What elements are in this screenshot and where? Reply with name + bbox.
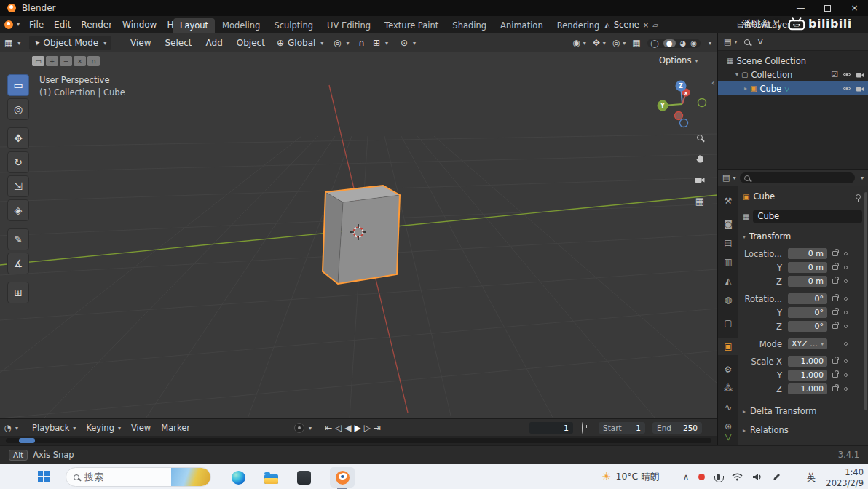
weather-widget[interactable]: ☀ 10°C 晴朗 (601, 470, 659, 483)
menu-edit[interactable]: Edit (49, 16, 76, 33)
file-explorer-icon[interactable] (264, 474, 278, 484)
lock-icon[interactable] (832, 265, 838, 270)
lock-icon[interactable] (832, 251, 838, 256)
tool-annotate[interactable]: ✎ (7, 228, 29, 250)
pan-hand-icon[interactable] (692, 151, 708, 167)
tab-output-props[interactable]: ▤ (718, 234, 738, 252)
pin-icon[interactable] (856, 194, 861, 199)
location-z-field[interactable]: 0 m (788, 276, 827, 287)
tool-move[interactable]: ✥ (7, 127, 29, 149)
shading-rendered-button[interactable]: ◉ (690, 39, 697, 47)
filter-icon[interactable]: ∇ (757, 37, 762, 47)
zoom-icon[interactable] (692, 130, 708, 146)
jump-to-start-button[interactable]: ⇤ (325, 423, 332, 433)
transform-section-header[interactable]: ▾ Transform (743, 230, 865, 243)
outliner-row-scene-collection[interactable]: ▦ Scene Collection (718, 54, 868, 68)
frame-start-field[interactable]: Start1 (599, 422, 645, 434)
location-x-field[interactable]: 0 m (788, 248, 827, 259)
keyframe-dot-icon[interactable] (844, 252, 848, 255)
rotation-y-field[interactable]: 0° (788, 307, 827, 318)
outliner-editor-button[interactable]: ▤ ▾ (724, 37, 737, 47)
prev-keyframe-button[interactable]: ◁ (335, 423, 342, 433)
exclude-checkbox-icon[interactable]: ☑ (831, 70, 838, 79)
tab-viewlayer-props[interactable]: ▥ (718, 253, 738, 271)
tab-particle-props[interactable]: ⁂ (718, 380, 738, 397)
eye-icon[interactable] (843, 71, 851, 78)
properties-scrollbar[interactable] (864, 192, 867, 410)
cube-object[interactable] (323, 186, 400, 284)
navigation-gizmo[interactable]: Z Y x (658, 81, 706, 127)
keyframe-dot-icon[interactable] (844, 311, 848, 314)
preview-range-clock-icon[interactable] (582, 423, 583, 433)
scale-x-field[interactable]: 1.000 (788, 356, 827, 367)
microphone-icon[interactable] (717, 474, 720, 480)
menu-add[interactable]: Add (201, 38, 228, 48)
tab-render-props[interactable]: ◙ (718, 215, 738, 233)
3d-viewport[interactable]: Z Y x ▭ + − × ∩ Options ▾ User Perspecti… (0, 52, 717, 418)
tab-data-props[interactable]: ▽ (718, 428, 738, 445)
rotation-z-field[interactable]: 0° (788, 321, 827, 332)
outliner-row-cube[interactable]: ▸ ▣ Cube ▽ (718, 82, 868, 95)
lock-icon[interactable] (832, 386, 838, 391)
menu-marker[interactable]: Marker (161, 423, 190, 433)
record-button[interactable] (294, 423, 304, 433)
shading-wireframe-button[interactable]: ◯ (651, 39, 659, 47)
start-button[interactable] (38, 471, 50, 482)
lock-icon[interactable] (832, 310, 838, 315)
select-mode-new[interactable]: ▭ (32, 56, 44, 66)
xray-toggle[interactable]: ▦ (632, 38, 640, 48)
sidebar-collapse-icon[interactable]: ‹ (711, 77, 715, 88)
scene-selector[interactable]: ◭ Scene × ▱ (604, 16, 658, 33)
tab-modifier-props[interactable]: ⚙ (718, 361, 738, 378)
shading-dropdown[interactable]: ▾ (709, 40, 711, 47)
tab-texture-paint[interactable]: Texture Paint (378, 18, 445, 33)
tab-uv-editing[interactable]: UV Editing (320, 18, 377, 33)
play-button[interactable]: ▶ (355, 423, 361, 433)
select-mode-invert[interactable]: × (74, 56, 86, 66)
tool-scale[interactable]: ⇲ (7, 175, 29, 197)
playhead-marker[interactable] (19, 438, 35, 443)
disclosure-icon[interactable]: ▾ (735, 71, 738, 78)
rotation-mode-dropdown[interactable]: XYZ ... ▾ (788, 338, 827, 349)
snap-target-dropdown[interactable]: ⊞ ▾ (373, 33, 388, 52)
relations-section[interactable]: ▸ Relations (743, 423, 865, 437)
speaker-icon[interactable] (752, 473, 762, 481)
next-keyframe-button[interactable]: ▷ (364, 423, 371, 433)
tab-modeling[interactable]: Modeling (216, 18, 267, 33)
object-name-field[interactable]: Cube (753, 210, 862, 223)
keyframe-dot-icon[interactable] (844, 279, 848, 283)
lock-icon[interactable] (832, 324, 838, 329)
select-mode-intersect[interactable]: ∩ (87, 56, 100, 66)
camera-view-icon[interactable] (692, 172, 708, 188)
properties-editor-button[interactable]: ▤ ▾ (722, 173, 735, 183)
tool-transform[interactable]: ◈ (7, 199, 29, 221)
app-icon[interactable] (297, 471, 311, 485)
keyframe-dot-icon[interactable] (844, 266, 848, 269)
lock-icon[interactable] (832, 279, 838, 284)
rotation-x-field[interactable]: 0° (788, 293, 827, 304)
shading-solid-button[interactable]: ● (663, 39, 676, 47)
keyframe-dot-icon[interactable] (844, 342, 848, 346)
tool-select-box[interactable]: ▭ (7, 74, 29, 96)
menu-file[interactable]: File (24, 16, 49, 33)
overlays-dropdown[interactable]: ◎ ▾ (612, 38, 626, 48)
snap-toggle[interactable]: ∩ (358, 33, 365, 52)
disclosure-icon[interactable]: ▸ (744, 85, 747, 92)
menu-window[interactable]: Window (117, 16, 162, 33)
wifi-icon[interactable] (732, 473, 743, 481)
tab-object-props[interactable]: ▣ (718, 338, 738, 355)
play-reverse-button[interactable]: ◀ (344, 423, 351, 433)
edge-browser-icon[interactable] (232, 471, 245, 485)
camera-icon[interactable] (856, 85, 864, 92)
tool-cursor[interactable]: ◎ (7, 98, 29, 120)
scale-z-field[interactable]: 1.000 (788, 383, 827, 394)
search-highlight-image[interactable] (171, 468, 210, 486)
menu-object[interactable]: Object (232, 38, 270, 48)
keyframe-dot-icon[interactable] (844, 373, 848, 377)
tool-rotate[interactable]: ↻ (7, 151, 29, 173)
unlink-icon[interactable]: × (643, 21, 649, 29)
tab-scene-props[interactable]: ◭ (718, 272, 738, 290)
tool-measure[interactable]: ∡ (7, 253, 29, 274)
maximize-button[interactable] (814, 0, 841, 16)
scale-y-field[interactable]: 1.000 (788, 370, 827, 381)
